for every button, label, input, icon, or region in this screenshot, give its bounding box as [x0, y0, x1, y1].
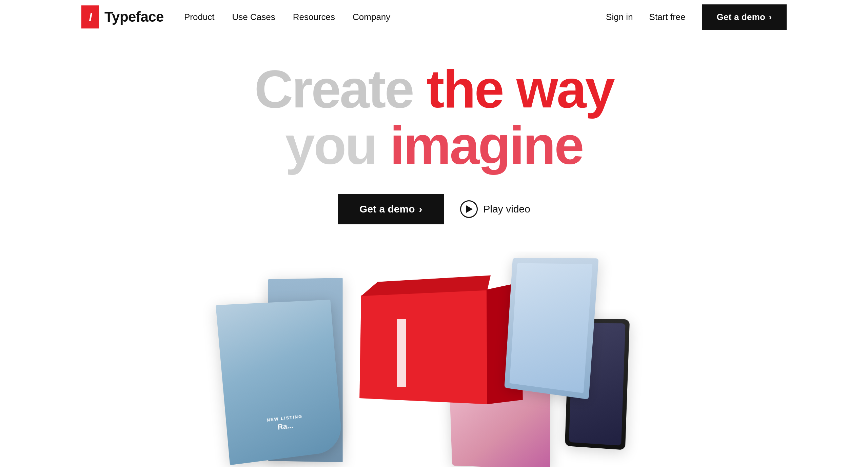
- nav-links: Product Use Cases Resources Company: [184, 12, 606, 22]
- hero-tablet-card: [504, 258, 598, 400]
- sign-in-link[interactable]: Sign in: [606, 12, 633, 22]
- start-free-link[interactable]: Start free: [649, 12, 686, 22]
- hero-collage: NEW LISTING Ra...: [214, 251, 654, 467]
- play-triangle-icon: [466, 205, 473, 213]
- nav-use-cases[interactable]: Use Cases: [232, 12, 275, 22]
- hero-imagine: imagine: [390, 115, 583, 175]
- hero-cta: Get a demo › Play video: [338, 194, 530, 224]
- nav-right: Sign in Start free Get a demo ›: [606, 4, 787, 30]
- nav-company[interactable]: Company: [353, 12, 390, 22]
- hero-headline: Create the way you imagine: [254, 61, 613, 174]
- nav-resources[interactable]: Resources: [293, 12, 335, 22]
- hero-the-way: the way: [427, 59, 614, 119]
- hero-create: Create: [254, 59, 427, 119]
- hero-you: you: [285, 115, 390, 175]
- logo-icon: I: [81, 5, 99, 28]
- hero-line2: you imagine: [254, 117, 613, 174]
- hero-left-magazine: NEW LISTING Ra...: [216, 300, 343, 465]
- navbar: I Typeface Product Use Cases Resources C…: [0, 0, 868, 34]
- hero-image-area: NEW LISTING Ra...: [0, 251, 868, 467]
- hero-get-demo-button[interactable]: Get a demo ›: [338, 194, 444, 224]
- play-icon: [460, 200, 478, 218]
- hero-line1: Create the way: [254, 61, 613, 117]
- logo-name: Typeface: [104, 9, 164, 25]
- nav-product[interactable]: Product: [184, 12, 215, 22]
- tablet-screen: [510, 263, 593, 393]
- play-video-button[interactable]: Play video: [460, 200, 530, 218]
- cube-strip: [397, 319, 406, 387]
- hero-section: Create the way you imagine Get a demo › …: [0, 34, 868, 467]
- hero-red-cube: [359, 289, 488, 404]
- nav-get-demo-button[interactable]: Get a demo ›: [702, 4, 787, 30]
- logo-link[interactable]: I Typeface: [81, 5, 164, 28]
